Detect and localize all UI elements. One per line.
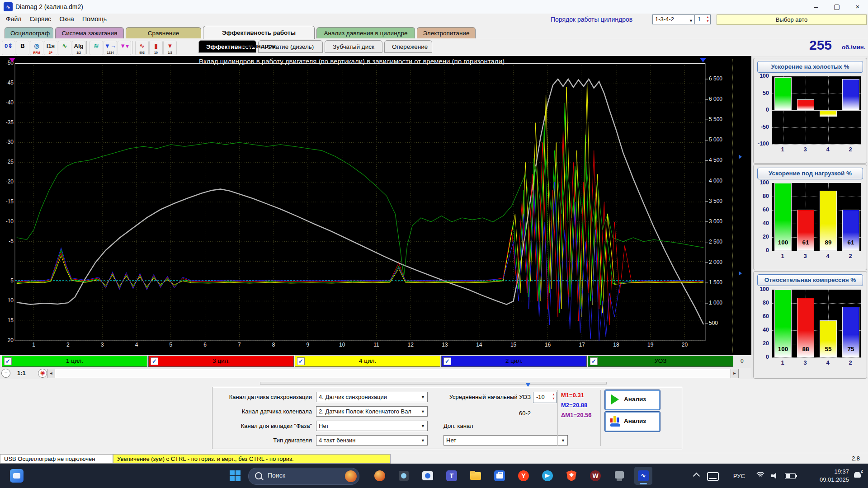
brave-browser-icon[interactable] (562, 467, 580, 485)
left-axis-tick: -10 (1, 218, 14, 225)
play-icon (611, 394, 619, 404)
marker-b-icon[interactable] (700, 58, 706, 62)
menu-Помощь[interactable]: Помощь (78, 14, 111, 24)
uoz-spinner[interactable]: -10▲▼ (533, 392, 557, 403)
minimize-button[interactable]: – (806, 0, 826, 14)
volume-icon[interactable] (771, 473, 779, 479)
splitter-slider[interactable] (260, 382, 607, 385)
start-button[interactable] (226, 467, 244, 485)
legend-2 цил.[interactable]: ✓2 цил. (441, 356, 587, 367)
menu-Окна[interactable]: Окна (55, 14, 78, 24)
legend-zero-label: 0 (741, 358, 744, 364)
notification-bell-icon[interactable] (854, 472, 861, 478)
legend-УОЗ[interactable]: ✓УОЗ (588, 356, 733, 367)
diamag-app-icon[interactable]: ∿ (634, 467, 652, 485)
extra-channel-dropdown[interactable]: Нет▼ (443, 435, 568, 446)
trigger-b-button[interactable]: ▼▾ (118, 41, 131, 55)
zero-offset-button[interactable]: 0⇕ (2, 41, 15, 55)
zoom-out-button[interactable]: − (1, 369, 10, 378)
legend-3 цил.[interactable]: ✓3 цил. (148, 356, 294, 367)
channel-legend: 0 ✓1 цил.✓3 цил.✓4 цил.✓2 цил.✓УОЗ (0, 355, 751, 368)
rpm-unit: об./мин. (842, 44, 865, 51)
mini-y-tick: 100 (755, 73, 769, 79)
clock[interactable]: 19:37 09.01.2025 (820, 468, 849, 484)
car-select-button[interactable]: Выбор авто (717, 14, 867, 25)
sync-channel-dropdown[interactable]: 4. Датчик синхронизации▼ (316, 392, 428, 402)
windows-logo-icon (230, 470, 241, 481)
bar-value-label: 89 (819, 239, 837, 246)
food-app-icon[interactable] (371, 467, 389, 485)
photos-app-icon[interactable] (395, 467, 413, 485)
panel-splitter-strip[interactable] (732, 59, 733, 352)
search-box[interactable]: Поиск (248, 468, 359, 485)
spinner-arrows-icon[interactable]: ▲▼ (552, 392, 555, 400)
battery-icon[interactable] (785, 473, 796, 479)
telegram-app-icon[interactable] (538, 467, 557, 485)
cylinder-spinner[interactable]: 1▲▼ (694, 14, 711, 24)
analysis-report-button[interactable]: Анализ (605, 412, 660, 432)
markers-button[interactable]: ∿ (58, 41, 71, 55)
wifi-icon[interactable] (756, 472, 765, 480)
bar-scale-button[interactable]: ▮10 (149, 41, 163, 55)
tab-Электропитание[interactable]: Электропитание (417, 27, 476, 38)
maximize-button[interactable]: ▢ (826, 0, 847, 14)
analysis-play-button[interactable]: Анализ (605, 390, 660, 410)
right-axis-tick: 3 000 (709, 218, 732, 225)
spinner-arrows-icon[interactable]: ▲▼ (706, 15, 709, 23)
language-indicator[interactable]: РУС (733, 473, 745, 479)
spectrum-button[interactable]: ≋ (90, 41, 103, 55)
tab-Анализ давления в цилиндре[interactable]: Анализ давления в цилиндре (316, 27, 415, 38)
crank-channel-dropdown[interactable]: 2. Датчик Полож Коленчатого Вал▼ (316, 406, 428, 417)
menu-Файл[interactable]: Файл (2, 14, 25, 24)
widgets-icon[interactable] (10, 469, 24, 483)
obd-adapter-icon[interactable] (610, 467, 628, 485)
teams-app-icon[interactable]: T (443, 467, 461, 485)
search-highlight-image[interactable] (345, 470, 357, 482)
tray-chevron-icon[interactable] (693, 473, 700, 480)
x-axis-tick: 7 (232, 342, 246, 348)
engine-type-dropdown[interactable]: 4 такт бензин▼ (316, 435, 428, 446)
phase-channel-dropdown[interactable]: Нет▼ (316, 421, 428, 431)
algorithm-button[interactable]: Alg1/2 (72, 41, 85, 55)
legend-4 цил.[interactable]: ✓4 цил. (295, 356, 440, 367)
tab-Система зажигания[interactable]: Система зажигания (55, 27, 124, 38)
scroll-right-button[interactable]: ► (731, 369, 739, 378)
mini-chart-title[interactable]: Ускорение на холостых % (757, 61, 863, 73)
tab-Сравнение цилиндров[interactable]: Сравнение цилиндров (126, 27, 201, 38)
legend-1 цил.[interactable]: ✓1 цил. (2, 356, 147, 367)
left-axis-tick: -40 (1, 99, 14, 106)
zoom-reset-button[interactable]: ◉ (38, 369, 47, 378)
tray-time: 19:37 (820, 468, 849, 476)
mini-chart-title[interactable]: Ускорение под нагрузкой % (757, 168, 863, 179)
firing-order-combo[interactable]: 1-3-4-2▼ (652, 14, 695, 24)
splitter-arrow-icon[interactable] (739, 271, 742, 276)
mini-x-tick: 4 (819, 146, 837, 153)
close-button[interactable]: × (847, 0, 868, 14)
touch-keyboard-icon[interactable] (707, 472, 719, 481)
trigger-a-button[interactable]: ▼→1234 (104, 41, 117, 55)
w-app-icon[interactable]: W (586, 467, 604, 485)
tab-Осциллограф[interactable]: Осциллограф (5, 27, 53, 38)
mini-chart-title[interactable]: Относительная компрессия % (757, 274, 863, 286)
mini-chart-Ускорение на холостых %: Ускорение на холостых %100500-50-1001342 (753, 58, 867, 164)
scroll-left-button[interactable]: ◄ (47, 369, 55, 378)
filter-button[interactable]: ▼1/2 (163, 41, 177, 55)
subtab-Зубчатый диск[interactable]: Зубчатый диск (325, 40, 382, 53)
store-app-icon[interactable] (491, 467, 509, 485)
yandex-browser-icon[interactable]: Y (514, 467, 533, 485)
tab-Эффективность работы цилиндров[interactable]: Эффективность работы цилиндров (203, 26, 315, 39)
horizontal-scrollbar[interactable] (55, 369, 731, 378)
explorer-folder-icon[interactable] (467, 467, 485, 485)
menu-Сервис[interactable]: Сервис (25, 14, 55, 24)
splitter-thumb-icon[interactable] (525, 383, 531, 387)
marker-a-icon[interactable] (9, 58, 15, 62)
amplitude-button[interactable]: B (16, 41, 29, 55)
time-ruler-button[interactable]: Ι1ᴙ2P (44, 41, 57, 55)
splitter-arrow-icon[interactable] (739, 155, 742, 159)
chart-903-button[interactable]: ∿903 (135, 41, 149, 55)
rfm-gauge-button[interactable]: ◎RFM (30, 41, 43, 55)
main-chart[interactable]: Вклад цилиндров в работу двигателя (по в… (0, 56, 751, 355)
camera-app-icon[interactable] (419, 467, 437, 485)
subtab-Опережение[interactable]: Опережение (384, 40, 432, 53)
engine-type-label: Тип двигателя (222, 437, 312, 444)
